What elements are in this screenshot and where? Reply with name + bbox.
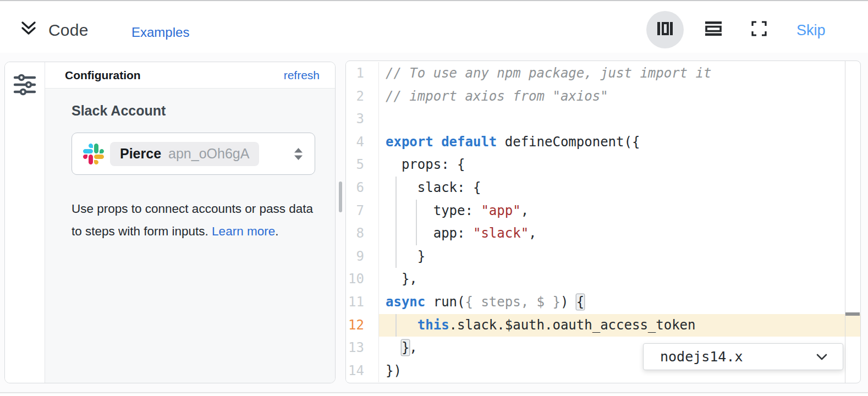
line-number: 8 <box>346 222 379 245</box>
chevron-down-icon <box>815 353 828 361</box>
code-lines: 1// To use any npm package, just import … <box>346 62 860 382</box>
code-editor-panel[interactable]: 1// To use any npm package, just import … <box>345 61 861 383</box>
refresh-link[interactable]: refresh <box>284 69 320 82</box>
config-rail <box>5 62 45 383</box>
up-down-arrows-icon <box>293 147 304 161</box>
code-line-8[interactable]: 8 app: "slack", <box>346 222 860 245</box>
account-name: Pierce <box>120 146 161 162</box>
line-number: 11 <box>346 291 379 314</box>
sliders-icon[interactable] <box>13 72 36 100</box>
slack-account-select[interactable]: Pierce apn_oOh6gA <box>72 133 315 175</box>
config-body: Slack Account Pierce apn_oOh6gA <box>45 89 335 383</box>
learn-more-link[interactable]: Learn more <box>212 224 275 238</box>
line-number: 13 <box>346 337 379 360</box>
help-suffix: . <box>275 224 278 238</box>
line-number: 3 <box>346 108 379 131</box>
fullscreen-button[interactable] <box>748 21 770 38</box>
fullscreen-icon <box>751 21 767 38</box>
code-line-3[interactable]: 3 <box>346 108 860 131</box>
skip-link[interactable]: Skip <box>796 22 826 39</box>
line-number: 5 <box>346 153 379 177</box>
step-body: Configuration refresh Slack Account <box>0 53 868 392</box>
slack-account-label: Slack Account <box>72 103 335 119</box>
examples-link[interactable]: Examples <box>131 25 189 40</box>
panel-resize-handle[interactable] <box>339 182 342 212</box>
step-header: Code Examples S <box>0 1 868 53</box>
double-chevron-down-icon <box>19 20 38 40</box>
account-token: apn_oOh6gA <box>168 146 249 162</box>
collapse-step-button[interactable] <box>19 21 39 40</box>
code-line-7[interactable]: 7 type: "app", <box>346 200 860 223</box>
code-line-10[interactable]: 10 }, <box>346 268 860 291</box>
step-title: Code <box>48 21 89 40</box>
line-number: 14 <box>346 360 379 383</box>
code-line-5[interactable]: 5 props: { <box>346 153 860 177</box>
code-line-9[interactable]: 9 } <box>346 245 860 268</box>
editor-scrollbar-thumb[interactable] <box>845 312 860 316</box>
props-help-text: Use props to connect accounts or pass da… <box>72 197 322 243</box>
columns-layout-icon <box>657 20 673 40</box>
split-view-button[interactable] <box>646 11 684 48</box>
code-line-2[interactable]: 2// import axios from "axios" <box>346 85 860 108</box>
line-number: 2 <box>346 85 379 108</box>
code-line-6[interactable]: 6 slack: { <box>346 177 860 200</box>
runtime-value: nodejs14.x <box>660 349 743 365</box>
config-title: Configuration <box>65 69 141 82</box>
code-line-4[interactable]: 4export default defineComponent({ <box>346 131 860 154</box>
editor-scrollbar-track <box>845 61 846 383</box>
bottom-border <box>0 392 868 393</box>
indent-guide <box>395 314 397 337</box>
selected-account: Pierce apn_oOh6gA <box>110 142 259 166</box>
stacked-view-button[interactable] <box>701 20 726 40</box>
line-number: 6 <box>346 177 379 200</box>
runtime-select[interactable]: nodejs14.x <box>643 343 843 370</box>
rows-layout-icon <box>705 21 722 38</box>
line-number: 4 <box>346 131 379 154</box>
line-number: 1 <box>346 62 379 85</box>
indent-guide <box>416 200 417 245</box>
config-header: Configuration refresh <box>45 62 335 89</box>
code-line-12[interactable]: 12 this.slack.$auth.oauth_access_token <box>346 314 860 337</box>
code-line-11[interactable]: 11async run({ steps, $ }) { <box>346 291 860 314</box>
slack-logo-icon <box>83 144 104 164</box>
line-number: 9 <box>346 245 379 268</box>
indent-guide <box>395 177 397 268</box>
line-number: 10 <box>346 268 379 291</box>
code-line-1[interactable]: 1// To use any npm package, just import … <box>346 62 860 85</box>
configuration-panel: Configuration refresh Slack Account <box>4 62 336 383</box>
line-number: 12 <box>346 314 379 337</box>
line-number: 7 <box>346 200 379 223</box>
